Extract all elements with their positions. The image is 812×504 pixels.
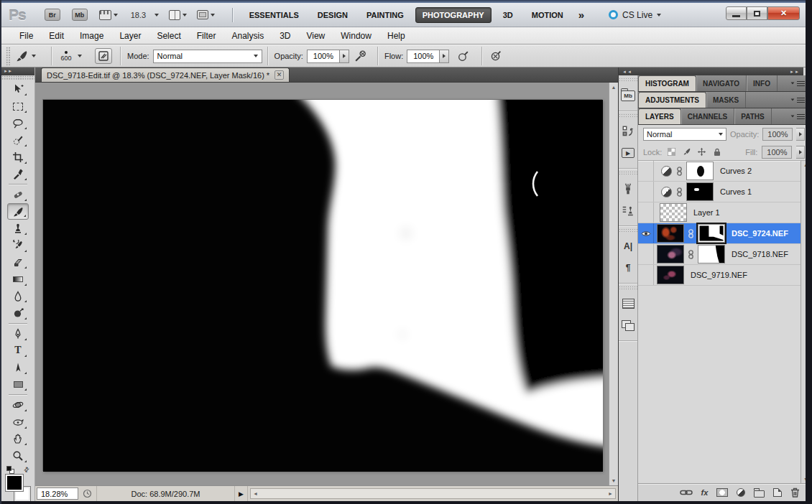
tab-adjustments[interactable]: ADJUSTMENTS [638,92,706,108]
layer-style-button[interactable]: fx [701,488,709,497]
new-adjustment-layer-button[interactable] [737,488,745,497]
document-tab[interactable]: DSC_9718-Edit.tif @ 18.3% (DSC_9724.NEF,… [41,67,290,82]
zoom-level-control[interactable]: 18.3 [128,9,159,21]
layer-blend-mode-select[interactable]: Normal [643,128,726,141]
layer-row-dsc-9724[interactable]: DSC_9724.NEF [638,223,801,244]
layer-name[interactable]: Curves 1 [720,187,752,196]
new-group-button[interactable] [754,488,765,498]
visibility-toggle[interactable] [638,244,654,264]
arrange-documents-button[interactable] [169,10,187,20]
link-layers-button[interactable] [680,489,693,496]
restore-button[interactable] [747,6,767,20]
tab-layers[interactable]: LAYERS [638,108,681,124]
menu-edit[interactable]: Edit [41,29,72,43]
scroll-left-icon[interactable]: ◄ [253,491,258,496]
flow-slider-button[interactable] [440,50,449,63]
layer-mask-thumbnail-selected[interactable] [698,224,725,243]
layer-comps-panel-icon[interactable] [619,295,637,312]
character-panel-icon[interactable]: A| [619,238,637,255]
default-colors-button[interactable] [6,466,14,474]
drag-grip[interactable] [619,286,637,290]
tab-channels[interactable]: CHANNELS [681,108,735,124]
scroll-down-icon[interactable]: ▼ [612,478,617,483]
menu-help[interactable]: Help [379,29,413,43]
layer-fill-field[interactable]: 100% [762,146,792,159]
foreground-color-swatch[interactable] [6,475,23,491]
swap-colors-button[interactable]: ⇄ [22,465,31,474]
layer-name[interactable]: DSC_9719.NEF [691,271,747,279]
airbrush-toggle[interactable] [455,49,471,63]
expand-dock-button[interactable]: ►► [790,70,800,74]
workspace-design[interactable]: DESIGN [310,7,355,23]
status-zoom-field[interactable]: 18.28% [37,487,78,500]
visibility-toggle[interactable] [638,265,654,285]
menu-image[interactable]: Image [72,29,111,43]
brush-preset-picker[interactable]: 600 [57,51,82,62]
status-options-button[interactable]: ▶ [235,486,248,501]
brush-tool[interactable] [7,203,29,220]
hand-tool[interactable] [7,431,29,448]
lock-all-button[interactable] [711,146,722,157]
layer-thumbnail[interactable] [657,245,684,263]
lock-pixels-button[interactable] [681,146,692,157]
layer-opacity-field[interactable]: 100% [762,128,793,141]
actions-panel-icon[interactable]: ▶ [619,144,637,162]
clone-stamp-tool[interactable] [7,220,29,237]
layer-name[interactable]: DSC_9718.NEF [732,250,788,258]
drag-grip[interactable] [619,78,637,82]
gradient-tool[interactable] [7,271,29,288]
layer-mask-thumbnail[interactable] [698,245,725,263]
workspace-essentials[interactable]: ESSENTIALS [242,7,306,23]
visibility-toggle[interactable] [638,182,654,202]
drag-grip[interactable] [6,47,11,65]
drag-grip[interactable] [619,113,637,118]
brush-panel-icon[interactable] [619,180,637,197]
paragraph-panel-icon[interactable]: ¶ [619,259,637,276]
blur-tool[interactable] [7,288,29,305]
workspace-3d[interactable]: 3D [496,7,520,23]
close-document-icon[interactable]: ✕ [274,70,284,80]
pen-tool[interactable] [7,325,29,342]
screen-mode-button[interactable] [197,10,215,19]
menu-filter[interactable]: Filter [189,29,224,43]
launch-mini-bridge-button[interactable]: Mb [72,9,88,21]
tab-navigator[interactable]: NAVIGATO [696,75,747,91]
pressure-opacity-toggle[interactable] [353,49,369,63]
type-tool[interactable]: T [7,342,29,360]
blend-mode-select[interactable]: Normal [153,50,262,63]
zoom-tool[interactable] [7,447,29,465]
layer-opacity-slider-button[interactable] [796,128,805,141]
menu-view[interactable]: View [298,29,333,43]
3d-object-rotate-tool[interactable] [7,396,29,414]
path-selection-tool[interactable] [7,359,29,376]
move-tool[interactable] [7,81,29,98]
brush-tool-preset-button[interactable] [14,49,36,63]
tab-info[interactable]: INFO [747,75,778,91]
layer-name[interactable]: Curves 2 [720,167,752,175]
menu-window[interactable]: Window [333,29,379,43]
tools-panel-header[interactable]: ►► [1,67,34,75]
quick-selection-tool[interactable] [7,131,29,149]
close-button[interactable]: ✕ [767,6,800,20]
delete-layer-button[interactable] [790,487,800,498]
rectangular-marquee-tool[interactable] [7,98,29,115]
workspace-overflow-button[interactable]: » [578,9,584,21]
view-extras-button[interactable] [99,10,118,20]
layer-thumbnail[interactable] [660,203,687,222]
layer-thumbnail[interactable] [657,266,684,284]
new-layer-button[interactable] [773,488,782,497]
history-panel-icon[interactable] [619,123,637,140]
clone-source-panel-icon[interactable] [619,202,637,219]
layer-row-dsc-9718[interactable]: DSC_9718.NEF [638,244,801,265]
3d-camera-orbit-tool[interactable] [7,414,29,431]
visibility-toggle[interactable] [638,161,654,181]
spot-healing-brush-tool[interactable] [7,186,29,203]
layer-row-curves-1[interactable]: Curves 1 [638,182,801,202]
toggle-brush-panel-button[interactable] [95,48,112,64]
lock-transparency-button[interactable] [666,146,677,157]
mini-bridge-panel-icon[interactable]: Mb [619,87,637,104]
layer-name[interactable]: DSC_9724.NEF [732,229,788,238]
workspace-painting[interactable]: PAINTING [359,7,411,23]
canvas-image[interactable] [42,99,602,471]
workspace-photography[interactable]: PHOTOGRAPHY [415,7,492,23]
